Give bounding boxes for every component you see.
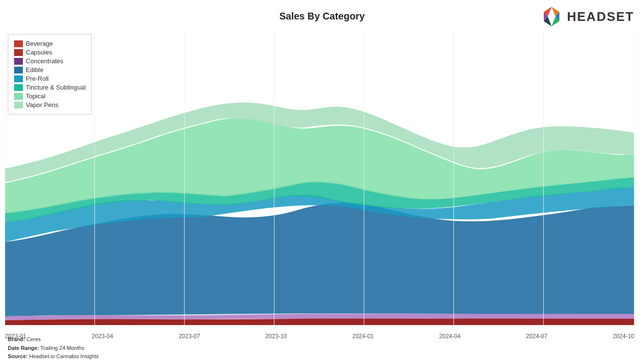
x-label-7: 2024-10 — [613, 333, 634, 340]
legend-item: Capsules — [14, 49, 86, 56]
logo-icon — [540, 5, 563, 28]
x-label-4: 2024-01 — [352, 333, 374, 340]
legend-item-label: Capsules — [26, 49, 52, 56]
footer-daterange: Date Range: Trailing 24 Months — [8, 344, 99, 353]
legend-item-label: Vapor Pens — [26, 101, 58, 109]
legend-item: Concentrates — [14, 57, 86, 65]
daterange-value: Trailing 24 Months — [40, 345, 84, 351]
legend-color-swatch — [14, 58, 23, 65]
footer-info: Brand: Ceres Date Range: Trailing 24 Mon… — [8, 335, 99, 361]
x-axis-labels: 2023-01 2023-04 2023-07 2023-10 2024-01 … — [5, 333, 634, 340]
brand-label: Brand: — [8, 336, 25, 342]
legend-item: Tincture & Sublingual — [14, 84, 86, 91]
legend-item-label: Concentrates — [26, 57, 63, 65]
chart-title: Sales By Category — [279, 11, 365, 22]
legend: BeverageCapsulesConcentratesEdiblePre-Ro… — [8, 34, 92, 114]
footer-source: Source: Headset.io Cannabis Insights — [8, 352, 99, 361]
chart-area — [5, 32, 634, 325]
legend-color-swatch — [14, 40, 23, 47]
legend-item-label: Topical — [26, 92, 45, 100]
chart-container: HEADSET Sales By Category BeverageCapsul… — [0, 0, 644, 364]
legend-color-swatch — [14, 49, 23, 56]
daterange-label: Date Range: — [8, 345, 39, 351]
legend-item-label: Beverage — [26, 40, 53, 47]
legend-item: Vapor Pens — [14, 101, 86, 109]
x-label-3: 2023-10 — [266, 333, 287, 340]
x-label-6: 2024-07 — [526, 333, 547, 340]
legend-item-label: Tincture & Sublingual — [26, 84, 86, 91]
chart-svg — [5, 32, 634, 325]
area-beverage — [5, 318, 634, 325]
legend-color-swatch — [14, 75, 23, 82]
logo-text: HEADSET — [567, 9, 634, 24]
legend-color-swatch — [14, 102, 23, 109]
legend-item: Topical — [14, 92, 86, 100]
svg-marker-1 — [548, 14, 555, 20]
logo-area: HEADSET — [540, 5, 634, 28]
legend-item-label: Pre-Roll — [26, 75, 49, 82]
source-label: Source: — [8, 353, 28, 359]
legend-item: Beverage — [14, 40, 86, 47]
legend-color-swatch — [14, 84, 23, 91]
legend-color-swatch — [14, 93, 23, 100]
x-label-2: 2023-07 — [179, 333, 200, 340]
logo: HEADSET — [540, 5, 634, 28]
legend-color-swatch — [14, 67, 23, 73]
source-value: Headset.io Cannabis Insights — [29, 353, 99, 359]
brand-value: Ceres — [27, 336, 41, 342]
legend-item-label: Edible — [26, 66, 43, 73]
x-label-5: 2024-04 — [439, 333, 461, 340]
footer-brand: Brand: Ceres — [8, 335, 99, 344]
legend-item: Edible — [14, 66, 86, 73]
legend-item: Pre-Roll — [14, 75, 86, 82]
